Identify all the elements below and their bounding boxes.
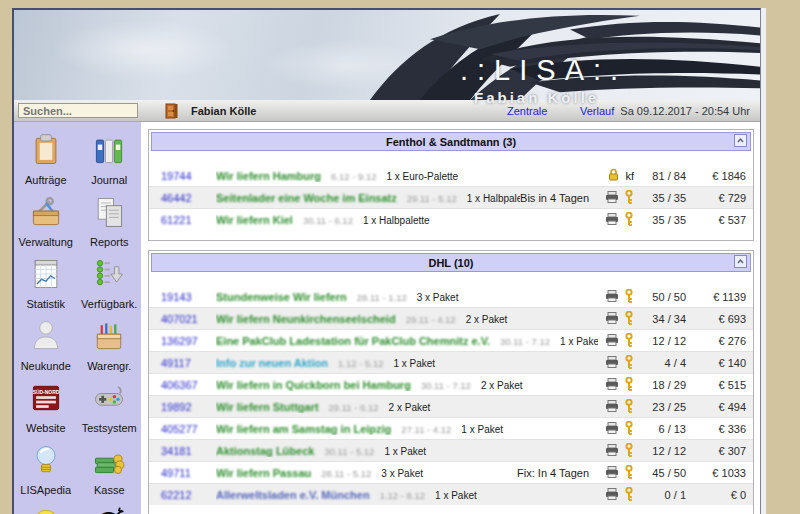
order-dates: 1.12 - 8.12: [380, 490, 425, 501]
sidebar-item-label: Journal: [91, 174, 127, 186]
toolbox-icon: [28, 194, 64, 234]
printer-icon[interactable]: [605, 334, 619, 348]
printer-icon[interactable]: [605, 191, 619, 205]
printer-icon[interactable]: [605, 400, 619, 414]
order-title-text: Wir liefern in Quickborn bei Hamburg: [216, 379, 411, 391]
sidebar-item-neukunde[interactable]: Neukunde: [14, 318, 78, 372]
order-quantity: 1 x Paket: [384, 446, 426, 457]
zentrale-link[interactable]: Zentrale: [507, 105, 547, 117]
key-icon[interactable]: [624, 443, 634, 459]
price-value: € 1033: [686, 467, 753, 479]
key-icon[interactable]: [624, 190, 634, 206]
order-id-link[interactable]: 136297: [149, 335, 216, 347]
sidebar-item-warengr[interactable]: Warengr.: [78, 318, 142, 372]
sidebar-item-kasse[interactable]: Kasse: [78, 442, 142, 496]
order-row: 46442Seitenlader eine Woche im Einsatz29…: [149, 186, 753, 208]
order-quantity: 2 x Paket: [481, 380, 523, 391]
order-id-link[interactable]: 19744: [149, 170, 216, 182]
order-row: 407021Wir liefern Neunkirchenseelscheid2…: [149, 307, 753, 329]
row-icons: [598, 289, 634, 305]
printer-icon[interactable]: [605, 422, 619, 436]
printer-icon[interactable]: [605, 312, 619, 326]
order-row: 49117Info zur neuen Aktion1.12 - 5.121 x…: [149, 351, 753, 373]
row-icons: [598, 487, 634, 503]
order-description: Info zur neuen Aktion1.12 - 5.121 x Pake…: [216, 357, 598, 369]
order-id-link[interactable]: 19143: [149, 291, 216, 303]
printer-icon[interactable]: [605, 356, 619, 370]
sidebar-item-statistik[interactable]: Statistik: [14, 256, 78, 310]
order-id-link[interactable]: 407021: [149, 313, 216, 325]
sidebar-item-testsystem[interactable]: Testsystem: [78, 380, 142, 434]
collapse-button[interactable]: [734, 255, 747, 268]
sued-nord-sign-icon: SÜD-NORD: [28, 380, 64, 420]
order-id-link[interactable]: 49711: [149, 467, 216, 479]
order-dates: 30.11 - 7.12: [421, 380, 471, 391]
toolbar: Fabian Kölle Zentrale Verlauf Sa 09.12.2…: [14, 100, 760, 122]
row-icons: [598, 377, 634, 393]
printer-icon[interactable]: [605, 213, 619, 227]
order-row: 62212Allerweltsladen e.V. München1.12 - …: [149, 483, 753, 505]
order-rows: 19143Stundenweise Wir liefern28.11 - 1.1…: [149, 274, 753, 514]
price-value: € 693: [686, 313, 753, 325]
order-description: Wir liefern Kiel30.11 - 6.121 x Halbpale…: [216, 214, 598, 226]
printer-icon[interactable]: [605, 378, 619, 392]
availability-count: 81 / 84: [634, 170, 686, 182]
key-icon[interactable]: [624, 311, 634, 327]
order-id-link[interactable]: 19892: [149, 401, 216, 413]
availability-count: 12 / 12: [634, 335, 686, 347]
toolbar-user-name: Fabian Kölle: [191, 105, 256, 117]
sidebar-item-website[interactable]: SÜD-NORDWebsite: [14, 380, 78, 434]
key-icon[interactable]: [624, 399, 634, 415]
search-input[interactable]: [18, 103, 138, 118]
panel-header: Fenthol & Sandtmann (3): [151, 132, 751, 151]
printer-icon[interactable]: [605, 290, 619, 304]
order-title-text: Wir liefern Neunkirchenseelscheid: [216, 313, 396, 325]
sidebar-item-lisapedia[interactable]: LISApedia: [14, 442, 78, 496]
collapse-button[interactable]: [734, 134, 747, 147]
delivery-note: Bis in 4 Tagen: [520, 192, 589, 204]
order-id-link[interactable]: 34181: [149, 445, 216, 457]
order-id-link[interactable]: 49117: [149, 357, 216, 369]
order-id-link[interactable]: 405277: [149, 423, 216, 435]
panel-title: Fenthol & Sandtmann (3): [386, 136, 516, 148]
price-value: € 515: [686, 379, 753, 391]
sidebar-item-verwaltung[interactable]: Verwaltung: [14, 194, 78, 248]
sidebar-item-journal[interactable]: Journal: [78, 132, 142, 186]
printer-icon[interactable]: [605, 488, 619, 502]
order-title-text: Allerweltsladen e.V. München: [216, 489, 370, 501]
key-icon[interactable]: [624, 377, 634, 393]
logout-door-icon[interactable]: [164, 103, 179, 119]
spreadsheet-icon: [28, 256, 64, 296]
order-quantity: 1 x Halbpalette: [467, 193, 520, 204]
verlauf-link[interactable]: Verlauf: [580, 105, 614, 117]
key-icon[interactable]: [624, 212, 634, 228]
sidebar-item-verfgbark[interactable]: Verfügbark.: [78, 256, 142, 310]
key-icon[interactable]: [624, 333, 634, 349]
availability-count: 6 / 13: [634, 423, 686, 435]
order-dates: 1.12 - 5.12: [338, 358, 383, 369]
availability-count: 12 / 12: [634, 445, 686, 457]
sidebar-item-label: Testsystem: [82, 422, 137, 434]
key-icon[interactable]: [624, 487, 634, 503]
key-icon[interactable]: [624, 465, 634, 481]
key-icon[interactable]: [624, 289, 634, 305]
sidebar-item-fairkabelt[interactable]: @Fairkabelt: [78, 504, 142, 514]
row-icons: [598, 355, 634, 371]
sidebar-item-auftrge[interactable]: Aufträge: [14, 132, 78, 186]
order-rows: 19744Wir liefern Hamburg6.12 - 9.121 x E…: [149, 153, 753, 240]
printer-icon[interactable]: [605, 466, 619, 480]
order-description: Stundenweise Wir liefern28.11 - 1.123 x …: [216, 291, 598, 303]
header-banner: .:LISA:. Fabian Kölle: [14, 10, 760, 100]
sidebar-item-chat[interactable]: Chat: [14, 504, 78, 514]
sidebar-item-label: Warengr.: [87, 360, 131, 372]
order-description: Wir liefern Stuttgart29.11 - 6.122 x Pak…: [216, 401, 598, 413]
order-id-link[interactable]: 406367: [149, 379, 216, 391]
order-id-link[interactable]: 62212: [149, 489, 216, 501]
key-icon[interactable]: [624, 355, 634, 371]
order-row: 49711Wir liefern Passau28.11 - 5.123 x P…: [149, 461, 753, 483]
order-id-link[interactable]: 61221: [149, 214, 216, 226]
key-icon[interactable]: [624, 421, 634, 437]
sidebar-item-reports[interactable]: Reports: [78, 194, 142, 248]
order-id-link[interactable]: 46442: [149, 192, 216, 204]
printer-icon[interactable]: [605, 444, 619, 458]
